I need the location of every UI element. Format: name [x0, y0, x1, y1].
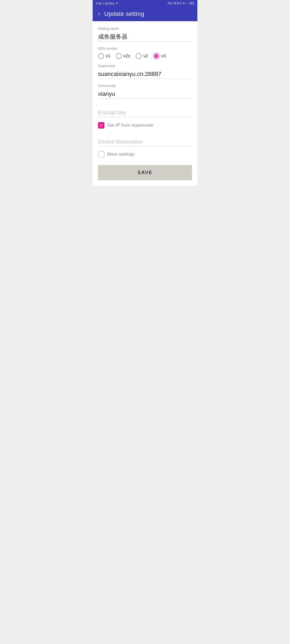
- device-desc-group: [98, 138, 192, 146]
- time: 9:30: [96, 2, 102, 5]
- radio-label-v2: v2: [143, 53, 148, 59]
- device-desc-input[interactable]: [98, 138, 192, 146]
- radio-label-v3: v3: [161, 53, 166, 59]
- status-left: 9:30 | 19.5K/s ✈: [96, 2, 118, 5]
- save-button[interactable]: SAVE: [98, 165, 192, 180]
- heartbeat-icon: ♡: [186, 2, 189, 5]
- radio-v2s[interactable]: v2s: [116, 53, 130, 59]
- radio-v2[interactable]: v2: [136, 53, 148, 59]
- network-speed-value: 19.5K/s: [104, 2, 114, 5]
- encrypt-key-group: [98, 108, 192, 117]
- status-right: -323 38.9°C ⚙ ♡ [90]: [167, 2, 194, 5]
- page-title: Update setting: [104, 10, 144, 17]
- radio-label-v1: v1: [106, 53, 110, 59]
- community-input[interactable]: [98, 89, 192, 99]
- more-settings-checkbox[interactable]: [98, 151, 104, 158]
- radio-v1[interactable]: v1: [98, 53, 110, 59]
- n2n-version-label: N2N version: [98, 46, 192, 50]
- status-bar: 9:30 | 19.5K/s ✈ -323 38.9°C ⚙ ♡ [90]: [93, 0, 197, 7]
- supernode-group: Supernode: [98, 64, 192, 79]
- get-ip-row: Get IP from supernode: [98, 122, 192, 129]
- back-button[interactable]: ‹: [98, 11, 100, 17]
- setting-name-input[interactable]: [98, 32, 192, 42]
- form-content: Setting name N2N version v1 v2s v2 v3: [93, 21, 197, 186]
- radio-v3[interactable]: v3: [153, 53, 166, 59]
- radio-circle-v3: [153, 53, 159, 59]
- radio-label-v2s: v2s: [123, 53, 130, 59]
- radio-options: v1 v2s v2 v3: [98, 53, 192, 59]
- battery-icon: [90]: [190, 2, 194, 5]
- more-settings-row: More settings: [98, 151, 192, 158]
- n2n-version-group: N2N version v1 v2s v2 v3: [98, 46, 192, 59]
- radio-circle-v1: [98, 53, 104, 59]
- more-settings-label: More settings: [107, 152, 135, 157]
- temp-c1: 38.9°C: [173, 2, 182, 5]
- community-group: Community: [98, 84, 192, 99]
- get-ip-checkbox[interactable]: [98, 122, 104, 129]
- supernode-input[interactable]: [98, 69, 192, 79]
- encrypt-key-input[interactable]: [98, 108, 192, 117]
- setting-name-label: Setting name: [98, 27, 192, 31]
- network-speed: |: [103, 2, 103, 5]
- setting-name-group: Setting name: [98, 27, 192, 42]
- supernode-label: Supernode: [98, 64, 192, 68]
- bottom-area: [93, 186, 197, 293]
- bluetooth-icon: ⚙: [183, 2, 185, 5]
- header: ‹ Update setting: [93, 7, 197, 21]
- radio-circle-v2: [136, 53, 142, 59]
- send-icon: ✈: [116, 2, 118, 5]
- radio-circle-v2s: [116, 53, 122, 59]
- temp-ma: -323: [167, 2, 172, 5]
- community-label: Community: [98, 84, 192, 88]
- get-ip-label: Get IP from supernode: [107, 123, 153, 128]
